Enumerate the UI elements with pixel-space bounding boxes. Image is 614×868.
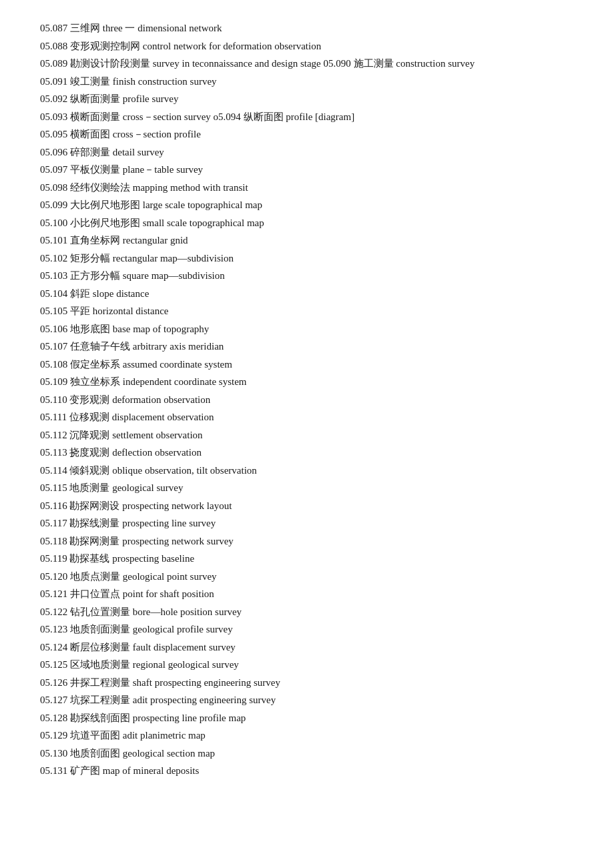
list-item: 05.129 坑道平面图 adit planimetric map [40,727,574,745]
list-item: 05.101 直角坐标网 rectangular gnid [40,232,574,250]
list-item: 05.091 竣工测量 finish construction survey [40,73,574,91]
list-item: 05.128 勘探线剖面图 prospecting line profile m… [40,710,574,727]
entry-text: 05.113 挠度观测 deflection observation [40,447,202,458]
entry-text: 05.129 坑道平面图 adit planimetric map [40,730,206,741]
list-item: 05.127 坑探工程测量 adit prospecting engineeri… [40,692,574,709]
entry-text: 05.098 经纬仪测绘法 mapping method with transi… [40,182,248,193]
entry-text: 05.123 地质剖面测量 geological profile survey [40,624,233,634]
entry-text: 05.104 斜距 slope distance [40,288,149,299]
entry-text: 05.120 地质点测量 geological point survey [40,571,217,582]
list-item: 05.126 井探工程测量 shaft prospecting engineer… [40,675,574,692]
list-item: 05.124 断层位移测量 fault displacement survey [40,639,574,657]
entry-text: 05.097 平板仪测量 plane－table survey [40,164,203,175]
entry-text: 05.118 勘探网测量 prospecting network survey [40,536,234,546]
entry-text: 05.109 独立坐标系 independent coordinate syst… [40,376,247,387]
entry-text: 05.107 任意轴子午线 arbitrary axis meridian [40,341,224,352]
list-item: 05.118 勘探网测量 prospecting network survey [40,533,574,550]
entry-text: 05.110 变形观测 deformation observation [40,394,210,405]
list-item: 05.123 地质剖面测量 geological profile survey [40,621,574,638]
entry-text: 05.106 地形底图 base map of topography [40,324,209,334]
list-item: 05.092 纵断面测量 profile survey [40,91,574,108]
list-item: 05.088 变形观测控制网 control network for defor… [40,38,574,55]
entry-text: 05.087 三维网 three 一 dimensional network [40,23,222,33]
entry-text: 05.091 竣工测量 finish construction survey [40,76,217,87]
entry-text: 05.103 正方形分幅 square map—subdivision [40,270,225,281]
list-item: 05.122 钻孔位置测量 bore—hole position survey [40,604,574,621]
entry-text: 05.119 勘探基线 prospecting baseline [40,553,194,564]
entry-text: 05.092 纵断面测量 profile survey [40,93,178,104]
list-item: 05.115 地质测量 geological survey [40,480,574,497]
entry-text: 05.127 坑探工程测量 adit prospecting engineeri… [40,695,276,705]
list-item: 05.114 倾斜观测 oblique observation, tilt ob… [40,462,574,480]
list-item: 05.106 地形底图 base map of topography [40,321,574,338]
list-item: 05.104 斜距 slope distance [40,286,574,303]
list-item: 05.121 井口位置点 point for shaft position [40,586,574,603]
entry-text: 05.116 勘探网测设 prospecting network layout [40,500,232,511]
list-item: 05.113 挠度观测 deflection observation [40,444,574,462]
list-item: 05.099 大比例尺地形图 large scale topographical… [40,197,574,214]
entry-text: 05.093 横断面测量 cross－section survey o5.094… [40,111,354,122]
entry-text: 05.130 地质剖面图 geological section map [40,748,215,759]
list-item: 05.120 地质点测量 geological point survey [40,568,574,586]
list-item: 05.108 假定坐标系 assumed coordinate system [40,356,574,374]
entry-text: 05.095 横断面图 cross－section profile [40,129,201,139]
list-item: 05.103 正方形分幅 square map—subdivision [40,268,574,285]
list-item: 05.096 碎部测量 detail survey [40,144,574,161]
entry-text: 05.088 变形观测控制网 control network for defor… [40,41,321,51]
list-item: 05.117 勘探线测量 prospecting line survey [40,515,574,532]
entry-text: 05.131 矿产图 map of mineral deposits [40,765,199,776]
entry-text: 05.105 平距 horizontal distance [40,306,168,316]
entry-text: 05.124 断层位移测量 fault displacement survey [40,642,236,653]
list-item: 05.098 经纬仪测绘法 mapping method with transi… [40,179,574,197]
list-item: 05.107 任意轴子午线 arbitrary axis meridian [40,338,574,356]
list-item: 05.111 位移观测 displacement observation [40,409,574,426]
list-item: 05.125 区域地质测量 regional geological survey [40,657,574,674]
entry-text: 05.115 地质测量 geological survey [40,482,183,493]
list-item: 05.102 矩形分幅 rectangular map—subdivision [40,250,574,268]
entry-text: 05.117 勘探线测量 prospecting line survey [40,518,216,528]
entry-text: 05.128 勘探线剖面图 prospecting line profile m… [40,713,246,723]
list-item: 05.095 横断面图 cross－section profile [40,126,574,143]
list-item: 05.097 平板仪测量 plane－table survey [40,161,574,179]
entry-text: 05.100 小比例尺地形图 small scale topographical… [40,218,264,228]
entry-text: 05.112 沉降观测 settlement observation [40,430,203,440]
entry-text: 05.099 大比例尺地形图 large scale topographical… [40,199,262,210]
list-item: 05.105 平距 horizontal distance [40,303,574,320]
entry-text: 05.089 勘测设计阶段测量 survey in teconnaissance… [40,58,475,69]
list-item: 05.131 矿产图 map of mineral deposits [40,763,574,780]
list-item: 05.112 沉降观测 settlement observation [40,427,574,444]
list-item: 05.110 变形观测 deformation observation [40,392,574,409]
entry-text: 05.121 井口位置点 point for shaft position [40,588,214,599]
entry-text: 05.125 区域地质测量 regional geological survey [40,659,239,670]
entry-text: 05.114 倾斜观测 oblique observation, tilt ob… [40,465,257,476]
entry-text: 05.108 假定坐标系 assumed coordinate system [40,359,232,370]
list-item: 05.089 勘测设计阶段测量 survey in teconnaissance… [40,55,574,73]
list-item: 05.119 勘探基线 prospecting baseline [40,550,574,568]
entry-text: 05.111 位移观测 displacement observation [40,412,214,422]
list-item: 05.093 横断面测量 cross－section survey o5.094… [40,109,574,126]
list-item: 05.100 小比例尺地形图 small scale topographical… [40,215,574,232]
entry-text: 05.101 直角坐标网 rectangular gnid [40,235,188,246]
entry-text: 05.126 井探工程测量 shaft prospecting engineer… [40,677,280,688]
list-item: 05.116 勘探网测设 prospecting network layout [40,498,574,515]
content-area: 05.087 三维网 three 一 dimensional network05… [40,20,574,780]
list-item: 05.109 独立坐标系 independent coordinate syst… [40,374,574,391]
list-item: 05.087 三维网 three 一 dimensional network [40,20,574,37]
list-item: 05.130 地质剖面图 geological section map [40,745,574,763]
entry-text: 05.122 钻孔位置测量 bore—hole position survey [40,606,242,617]
entry-text: 05.102 矩形分幅 rectangular map—subdivision [40,253,234,264]
entry-text: 05.096 碎部测量 detail survey [40,147,164,157]
